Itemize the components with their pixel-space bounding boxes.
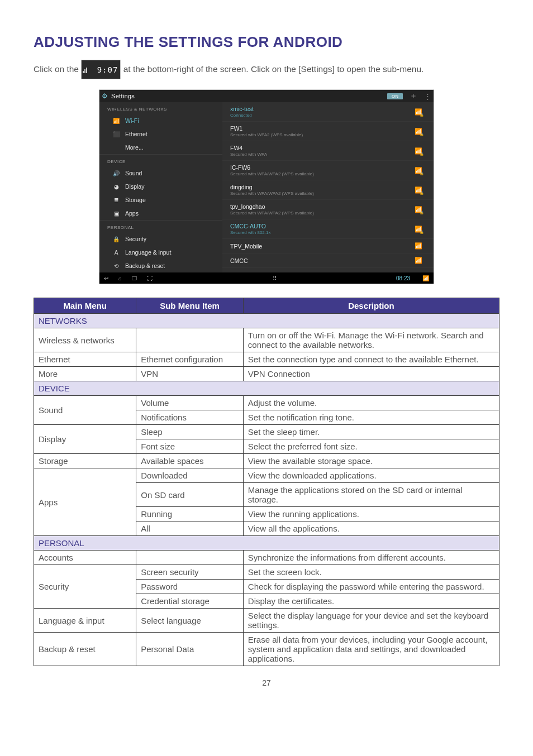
- back-icon[interactable]: ↩: [104, 275, 108, 281]
- table-row: Language & inputSelect languageSelect th…: [34, 609, 499, 633]
- wifi-network-row[interactable]: CMCC-AUTOSecured with 802.1x📶🔒: [222, 219, 434, 239]
- wifi-network-row[interactable]: xmic-testConnected📶🔒: [222, 102, 434, 122]
- sidebar-item[interactable]: ⟲Backup & reset: [99, 259, 222, 272]
- cell-sub: Password: [136, 580, 244, 594]
- table-row: Wireless & networksTurn on or off the Wi…: [34, 328, 499, 352]
- intro-text: Click on the 9:07 at the bottom-right of…: [34, 60, 499, 79]
- sidebar-item-label: Ethernet: [125, 131, 147, 137]
- sidebar-item[interactable]: 📶Wi-Fi: [99, 114, 222, 127]
- lock-icon: 🔒: [420, 113, 423, 117]
- table-section-row: NETWORKS: [34, 314, 499, 328]
- cell-desc: View all the applications.: [243, 521, 499, 536]
- sidebar-item[interactable]: 🔊Sound: [99, 166, 222, 180]
- apps-grid-icon[interactable]: ⠿: [273, 275, 277, 281]
- cell-sub: Volume: [136, 396, 244, 410]
- sidebar-item[interactable]: ⬛Ethernet: [99, 127, 222, 141]
- sidebar-item[interactable]: ▣Apps: [99, 207, 222, 220]
- page-number: 27: [34, 678, 499, 687]
- cell-desc: Adjust the volume.: [243, 396, 499, 410]
- wifi-ssid: tpv_longchao: [230, 203, 415, 210]
- cell-main: Security: [34, 565, 136, 609]
- page-heading: ADJUSTING THE SETTINGS FOR ANDROID: [34, 34, 499, 51]
- wifi-network-row[interactable]: TPV_Mobile📶: [222, 239, 434, 253]
- screenshot-icon[interactable]: ⛶: [147, 275, 153, 281]
- cell-sub: Screen security: [136, 565, 244, 580]
- sidebar-item[interactable]: 🔒Security: [99, 232, 222, 246]
- wifi-security-label: Secured with WPA/WPA2 (WPS available): [230, 210, 415, 216]
- wifi-security-label: Secured with WPA/WPA2 (WPS available): [230, 171, 415, 176]
- wifi-security-label: Connected: [230, 113, 415, 118]
- cell-sub: [136, 328, 244, 352]
- cell-main: Sound: [34, 396, 136, 425]
- lock-icon: 🔒: [420, 210, 423, 214]
- cell-sub: Running: [136, 507, 244, 521]
- wifi-network-row[interactable]: CMCC📶: [222, 253, 434, 268]
- wifi-network-row[interactable]: tpv_longchaoSecured with WPA/WPA2 (WPS a…: [222, 200, 434, 219]
- wifi-ssid: FW1: [230, 125, 415, 132]
- sidebar-item[interactable]: ◕Display: [99, 180, 222, 193]
- wifi-security-label: Secured with 802.1x: [230, 230, 415, 235]
- col-desc: Description: [243, 298, 499, 314]
- apps-icon: ▣: [113, 210, 120, 217]
- cell-desc: Select the display language for your dev…: [243, 609, 499, 633]
- lock-icon: 🔒: [420, 171, 423, 175]
- lock-icon: 🔒: [420, 132, 423, 136]
- table-row: SecurityScreen securitySet the screen lo…: [34, 565, 499, 580]
- wifi-ssid: FW4: [230, 145, 415, 151]
- wifi-network-row[interactable]: IC-FW6Secured with WPA/WPA2 (WPS availab…: [222, 161, 434, 180]
- table-row: EthernetEthernet configurationSet the co…: [34, 352, 499, 367]
- add-network-icon[interactable]: ＋: [410, 91, 417, 101]
- cell-sub: VPN: [136, 367, 244, 381]
- cell-sub: Select language: [136, 609, 244, 633]
- wifi-open-icon: 📶: [415, 257, 422, 264]
- cell-desc: Display the certificates.: [243, 594, 499, 609]
- sidebar-item-label: More...: [125, 144, 144, 151]
- settings-table: Main Menu Sub Menu Item Description NETW…: [34, 298, 499, 666]
- wifi-secured-icon: 📶🔒: [415, 167, 422, 174]
- sidebar-category: DEVICE: [99, 154, 222, 166]
- lock-icon: 🔒: [420, 191, 423, 195]
- sidebar-item-label: Sound: [125, 170, 142, 176]
- settings-sidebar: WIRELESS & NETWORKS📶Wi-Fi⬛EthernetMore..…: [99, 102, 222, 272]
- cell-sub: Ethernet configuration: [136, 352, 244, 367]
- table-row: SoundVolumeAdjust the volume.: [34, 396, 499, 410]
- wifi-network-row[interactable]: dingdingSecured with WPA/WPA2 (WPS avail…: [222, 180, 434, 200]
- col-main: Main Menu: [34, 298, 136, 314]
- display-icon: ◕: [113, 184, 120, 190]
- overflow-menu-icon[interactable]: ⋮: [424, 92, 431, 101]
- wifi-list: xmic-testConnected📶🔒FW1Secured with WPA2…: [222, 102, 434, 272]
- clock-time: 9:07: [97, 62, 118, 78]
- table-section-title: PERSONAL: [34, 536, 499, 551]
- lock-icon: 🔒: [420, 152, 423, 156]
- signal-icon: [83, 66, 88, 73]
- wifi-icon: 📶: [113, 118, 120, 124]
- wifi-ssid: dingding: [230, 184, 415, 190]
- sidebar-item[interactable]: More...: [99, 141, 222, 154]
- sidebar-item-label: Storage: [125, 197, 146, 203]
- sidebar-item[interactable]: ≣Storage: [99, 193, 222, 207]
- wifi-network-row[interactable]: FW1Secured with WPA2 (WPS available)📶🔒: [222, 122, 434, 141]
- wifi-security-label: Secured with WPA: [230, 152, 415, 157]
- wifi-secured-icon: 📶🔒: [415, 128, 422, 135]
- table-section-row: DEVICE: [34, 381, 499, 396]
- wifi-toggle-on[interactable]: ON: [387, 93, 403, 99]
- settings-header: ⚙ Settings ON ＋ ⋮: [99, 90, 434, 102]
- cell-main: Wireless & networks: [34, 328, 136, 352]
- cell-desc: Manage the applications stored on the SD…: [243, 483, 499, 507]
- table-row: DisplaySleepSet the sleep timer.: [34, 425, 499, 439]
- wifi-secured-icon: 📶🔒: [415, 147, 422, 155]
- cell-desc: View the available storage space.: [243, 454, 499, 468]
- cell-desc: Set the sleep timer.: [243, 425, 499, 439]
- col-sub: Sub Menu Item: [136, 298, 244, 314]
- navbar-wifi-icon: 📶: [422, 275, 429, 281]
- cell-sub: [136, 551, 244, 565]
- settings-title: Settings: [111, 93, 135, 99]
- cell-main: Apps: [34, 468, 136, 536]
- sidebar-item-label: Language & input: [125, 249, 171, 256]
- sidebar-category: PERSONAL: [99, 220, 222, 232]
- home-icon[interactable]: ⌂: [118, 275, 122, 281]
- recents-icon[interactable]: ❐: [132, 275, 137, 281]
- cell-main: Display: [34, 425, 136, 454]
- wifi-network-row[interactable]: FW4Secured with WPA📶🔒: [222, 141, 434, 161]
- sidebar-item[interactable]: ALanguage & input: [99, 246, 222, 259]
